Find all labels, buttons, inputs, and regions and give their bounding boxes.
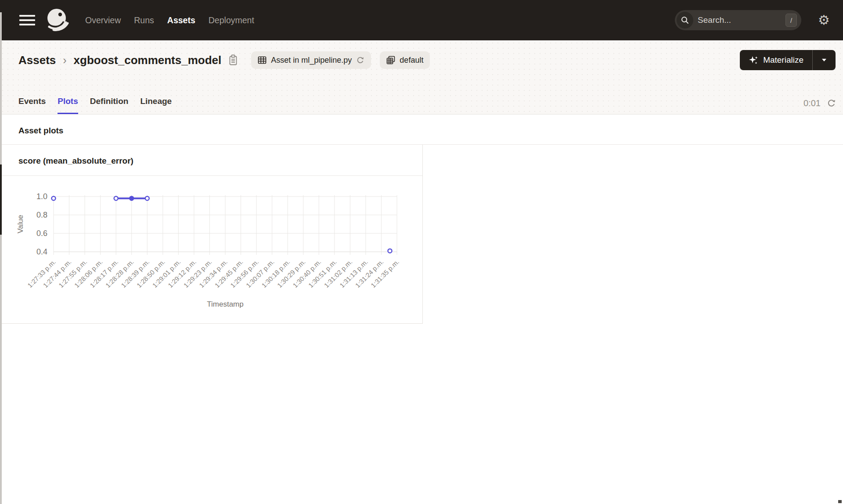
window-edge-strip-dark — [0, 164, 2, 235]
nav-item-overview[interactable]: Overview — [85, 15, 121, 25]
page-header: Assets › xgboost_comments_model Asset in… — [0, 40, 843, 114]
code-location-label: Asset in ml_pipeline.py — [271, 56, 352, 65]
window-edge-strip — [0, 12, 2, 504]
nav-item-assets[interactable]: Assets — [167, 15, 195, 25]
materialize-label: Materialize — [763, 55, 803, 65]
timer-value: 0:01 — [803, 98, 821, 108]
sparkles-icon — [749, 55, 758, 65]
tab-definition[interactable]: Definition — [90, 97, 129, 114]
tab-bar: Events Plots Definition Lineage 0:01 — [0, 97, 843, 114]
tab-plots[interactable]: Plots — [58, 97, 78, 114]
asset-group-icon — [386, 56, 395, 64]
breadcrumb-assets-link[interactable]: Assets — [18, 54, 56, 67]
breadcrumb-separator: › — [63, 54, 66, 67]
line-chart[interactable]: 1.00.80.60.41:27:33 p.m.1:27:44 p.m.1:27… — [16, 182, 420, 314]
materialize-dropdown-button[interactable] — [813, 50, 836, 70]
svg-text:0.6: 0.6 — [36, 229, 47, 238]
hamburger-icon[interactable] — [19, 15, 35, 25]
page-title: xgboost_comments_model — [74, 54, 222, 67]
svg-text:1.0: 1.0 — [36, 192, 47, 201]
plot-title: score (mean_absolute_error) — [0, 145, 422, 176]
materialize-button-group: Materialize — [740, 50, 836, 70]
refresh-timer: 0:01 — [803, 98, 836, 114]
dagster-logo-icon[interactable] — [44, 7, 71, 34]
materialize-button[interactable]: Materialize — [740, 50, 812, 70]
search-input[interactable] — [698, 15, 766, 25]
group-label: default — [400, 56, 423, 65]
tab-lineage[interactable]: Lineage — [140, 97, 172, 114]
search-icon — [677, 12, 693, 29]
chevron-down-icon — [821, 58, 827, 62]
refresh-icon[interactable] — [827, 99, 836, 108]
plot-area: 1.00.80.60.41:27:33 p.m.1:27:44 p.m.1:27… — [0, 176, 422, 323]
code-location-badge[interactable]: Asset in ml_pipeline.py — [251, 51, 371, 69]
nav-item-deployment[interactable]: Deployment — [209, 15, 254, 25]
tab-events[interactable]: Events — [18, 97, 46, 114]
group-badge[interactable]: default — [380, 51, 430, 69]
section-title: Asset plots — [0, 114, 843, 145]
top-nav: Overview Runs Assets Deployment / ⚙ — [0, 0, 843, 40]
nav-item-runs[interactable]: Runs — [134, 15, 154, 25]
search-shortcut-key: / — [785, 14, 797, 27]
breadcrumb: Assets › xgboost_comments_model Asset in… — [18, 50, 843, 70]
resize-corner-mark — [838, 500, 842, 503]
search-box[interactable]: / — [675, 10, 801, 30]
svg-text:0.4: 0.4 — [36, 247, 47, 256]
svg-text:Value: Value — [16, 215, 25, 233]
copy-icon[interactable] — [228, 54, 238, 66]
svg-text:Timestamp: Timestamp — [207, 300, 243, 308]
plot-card: score (mean_absolute_error) 1.00.80.60.4… — [0, 145, 423, 324]
table-icon — [258, 56, 267, 64]
gear-icon[interactable]: ⚙ — [818, 14, 830, 27]
nav-menu: Overview Runs Assets Deployment — [85, 15, 254, 25]
reload-icon[interactable] — [356, 56, 364, 64]
svg-text:0.8: 0.8 — [36, 211, 47, 219]
